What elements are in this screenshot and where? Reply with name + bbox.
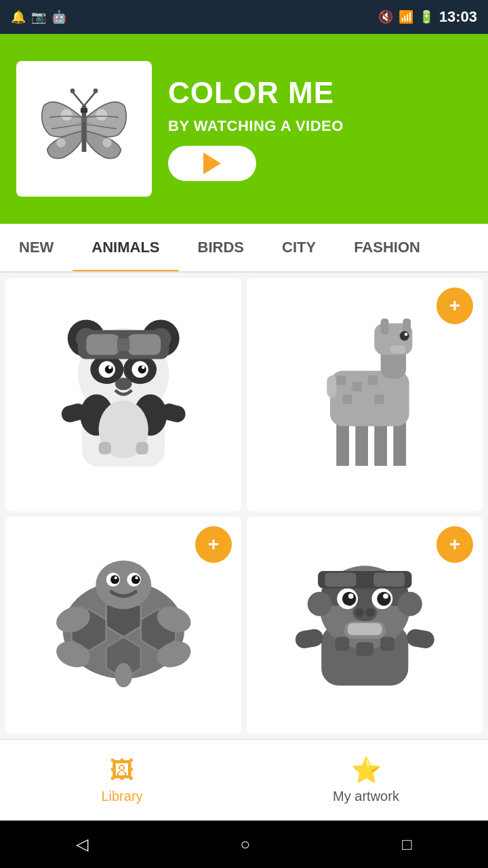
content-grid: + xyxy=(0,273,488,739)
grid-item-llama[interactable]: + xyxy=(247,278,483,511)
my-artwork-icon: ⭐ xyxy=(351,756,382,785)
svg-point-82 xyxy=(383,594,388,599)
svg-point-79 xyxy=(342,592,357,606)
nav-my-artwork[interactable]: ⭐ My artwork xyxy=(244,740,488,821)
lock-badge-turtle: + xyxy=(195,526,232,563)
svg-rect-55 xyxy=(374,395,384,404)
svg-point-84 xyxy=(355,608,364,617)
grid-item-gorilla[interactable]: + xyxy=(247,517,483,734)
svg-point-62 xyxy=(96,561,151,610)
svg-point-65 xyxy=(110,576,119,585)
bottom-nav: 🖼 Library ⭐ My artwork xyxy=(0,739,488,821)
svg-point-66 xyxy=(131,576,140,585)
svg-point-67 xyxy=(114,577,117,580)
camera-icon: 📷 xyxy=(31,9,46,24)
my-artwork-label: My artwork xyxy=(333,789,399,804)
android-icon: 🤖 xyxy=(52,9,66,24)
hero-content: COLOR ME BY WATCHING A VIDEO xyxy=(168,77,344,181)
svg-point-49 xyxy=(404,333,407,336)
plus-icon-3: + xyxy=(449,534,460,555)
svg-point-9 xyxy=(102,138,112,148)
svg-rect-51 xyxy=(336,376,346,385)
category-tabs: NEW ANIMALS BIRDS CITY FASHION xyxy=(0,224,488,273)
svg-rect-87 xyxy=(347,623,382,635)
wifi-icon: 📶 xyxy=(399,9,413,24)
svg-point-73 xyxy=(115,663,132,688)
tab-new[interactable]: NEW xyxy=(0,224,73,271)
svg-point-25 xyxy=(108,366,112,370)
status-time: 13:03 xyxy=(439,8,477,26)
svg-rect-1 xyxy=(81,108,87,113)
svg-rect-50 xyxy=(390,345,405,353)
llama-pixel-art xyxy=(270,301,459,488)
butterfly-svg xyxy=(26,71,142,186)
svg-rect-52 xyxy=(352,382,361,391)
svg-point-27 xyxy=(115,378,131,390)
grid-item-turtle[interactable]: + xyxy=(5,517,241,734)
svg-rect-46 xyxy=(380,319,388,334)
plus-icon-2: + xyxy=(208,534,219,555)
svg-point-80 xyxy=(377,592,391,606)
status-bar-right-icons: 🔇 📶 🔋 13:03 xyxy=(378,8,477,26)
svg-point-88 xyxy=(307,592,331,616)
svg-rect-10 xyxy=(82,117,87,122)
library-label: Library xyxy=(101,789,142,804)
svg-rect-38 xyxy=(136,442,148,454)
svg-line-3 xyxy=(84,92,96,106)
svg-point-4 xyxy=(70,89,75,94)
turtle-pixel-art xyxy=(29,538,218,712)
svg-rect-12 xyxy=(86,122,91,127)
plus-icon: + xyxy=(449,295,460,317)
svg-rect-54 xyxy=(342,395,352,404)
tab-birds[interactable]: BIRDS xyxy=(179,224,263,271)
hero-banner: COLOR ME BY WATCHING A VIDEO xyxy=(0,34,488,224)
svg-point-7 xyxy=(96,109,107,121)
svg-point-89 xyxy=(398,592,422,616)
gorilla-pixel-art xyxy=(270,538,459,712)
svg-point-48 xyxy=(399,331,409,340)
hero-title: COLOR ME xyxy=(168,77,344,109)
svg-rect-97 xyxy=(373,573,405,587)
svg-point-81 xyxy=(348,594,354,599)
back-button[interactable]: ◁ xyxy=(76,835,88,854)
lock-badge-gorilla: + xyxy=(436,526,473,563)
hero-subtitle: BY WATCHING A VIDEO xyxy=(168,117,344,135)
grid-item-panda[interactable] xyxy=(5,278,241,511)
tab-city[interactable]: CITY xyxy=(263,224,335,271)
svg-rect-11 xyxy=(77,122,82,127)
svg-rect-36 xyxy=(117,338,129,351)
svg-rect-56 xyxy=(327,376,336,398)
panda-pixel-art xyxy=(29,301,218,488)
svg-rect-96 xyxy=(325,573,356,587)
tab-fashion[interactable]: FASHION xyxy=(335,224,439,271)
lock-badge-llama: + xyxy=(436,288,473,324)
svg-point-5 xyxy=(94,89,98,94)
hero-image xyxy=(16,61,152,197)
notification-icon: 🔔 xyxy=(11,9,26,24)
battery-icon: 🔋 xyxy=(419,9,434,24)
play-video-button[interactable] xyxy=(168,146,256,181)
status-bar-left-icons: 🔔 📷 🤖 xyxy=(11,9,66,24)
nav-library[interactable]: 🖼 Library xyxy=(0,740,244,821)
svg-point-26 xyxy=(142,366,145,370)
svg-point-68 xyxy=(135,577,138,580)
library-icon: 🖼 xyxy=(110,756,134,785)
home-button[interactable]: ○ xyxy=(240,835,250,854)
recent-button[interactable]: □ xyxy=(402,835,412,854)
play-triangle-icon xyxy=(203,153,221,174)
svg-point-8 xyxy=(56,138,66,148)
status-bar: 🔔 📷 🤖 🔇 📶 🔋 13:03 xyxy=(0,0,488,34)
svg-rect-91 xyxy=(405,628,436,650)
svg-point-85 xyxy=(365,608,374,617)
mute-icon: 🔇 xyxy=(378,9,393,24)
svg-rect-90 xyxy=(294,628,325,650)
tab-animals[interactable]: ANIMALS xyxy=(73,224,178,271)
svg-rect-94 xyxy=(380,637,394,652)
svg-rect-34 xyxy=(86,334,119,355)
svg-rect-93 xyxy=(356,642,373,656)
android-nav-bar: ◁ ○ □ xyxy=(0,821,488,868)
svg-line-2 xyxy=(73,92,84,106)
svg-rect-92 xyxy=(335,637,349,652)
svg-rect-37 xyxy=(98,442,110,454)
svg-point-6 xyxy=(61,109,73,121)
